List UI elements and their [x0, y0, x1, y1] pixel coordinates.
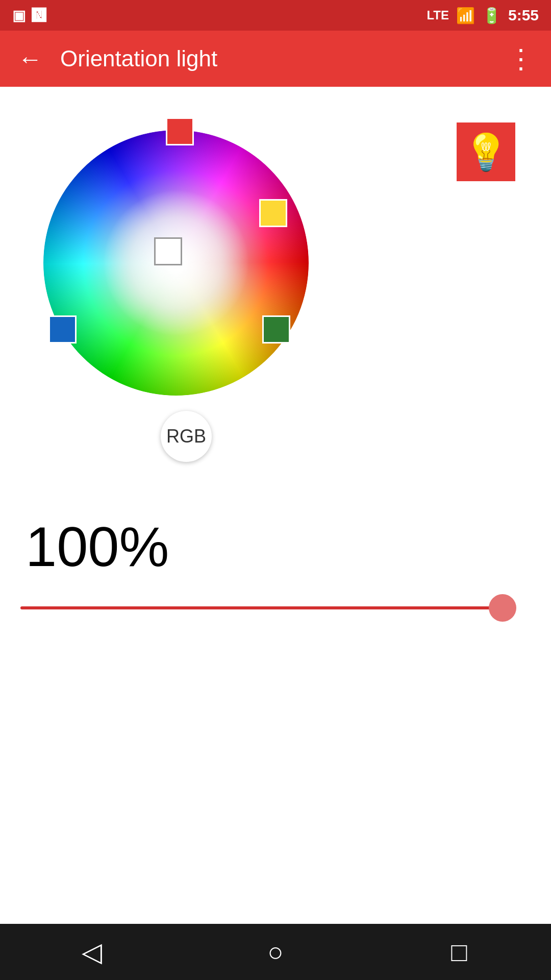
status-right-icons: LTE 📶 🔋 5:55: [427, 7, 539, 24]
top-app-bar: ← Orientation light ⋮: [0, 31, 551, 87]
color-wheel-wrapper: RGB: [20, 107, 337, 464]
page-title: Orientation light: [60, 46, 491, 71]
rgb-label-text[interactable]: RGB: [161, 411, 212, 462]
overflow-menu-button[interactable]: ⋮: [503, 43, 539, 74]
brightness-percentage-text: 100%: [26, 515, 169, 578]
color-wheel-area: RGB 💡: [20, 107, 531, 464]
brightness-slider-thumb[interactable]: [489, 594, 516, 622]
time-label: 5:55: [508, 7, 539, 24]
nav-home-button[interactable]: ○: [245, 932, 306, 972]
nav-recent-button[interactable]: □: [429, 932, 490, 972]
color-handle-white[interactable]: [154, 237, 182, 265]
light-bulb-button[interactable]: 💡: [457, 122, 515, 181]
lte-label: LTE: [427, 8, 449, 22]
brightness-slider-track[interactable]: [20, 606, 510, 609]
navigation-bar: ◁ ○ □: [0, 924, 551, 980]
main-content: RGB 💡 100%: [0, 87, 551, 639]
brightness-slider-container: [20, 593, 510, 623]
battery-icon: 🔋: [482, 7, 501, 24]
notification-icon: 🅽: [32, 7, 46, 24]
rgb-mode-button[interactable]: RGB: [161, 411, 212, 462]
color-handle-yellow[interactable]: [259, 199, 287, 227]
nav-back-button[interactable]: ◁: [61, 932, 122, 972]
color-handle-red[interactable]: [166, 117, 194, 145]
back-button[interactable]: ←: [12, 45, 48, 73]
status-bar: ▣ 🅽 LTE 📶 🔋 5:55: [0, 0, 551, 31]
bulb-icon: 💡: [464, 134, 508, 170]
color-handle-blue[interactable]: [48, 315, 77, 344]
color-handle-green[interactable]: [262, 315, 290, 344]
sim-card-icon: ▣: [12, 7, 26, 24]
brightness-percentage-container: 100%: [20, 516, 169, 577]
status-left-icons: ▣ 🅽: [12, 7, 46, 24]
signal-bars-icon: 📶: [456, 7, 475, 24]
